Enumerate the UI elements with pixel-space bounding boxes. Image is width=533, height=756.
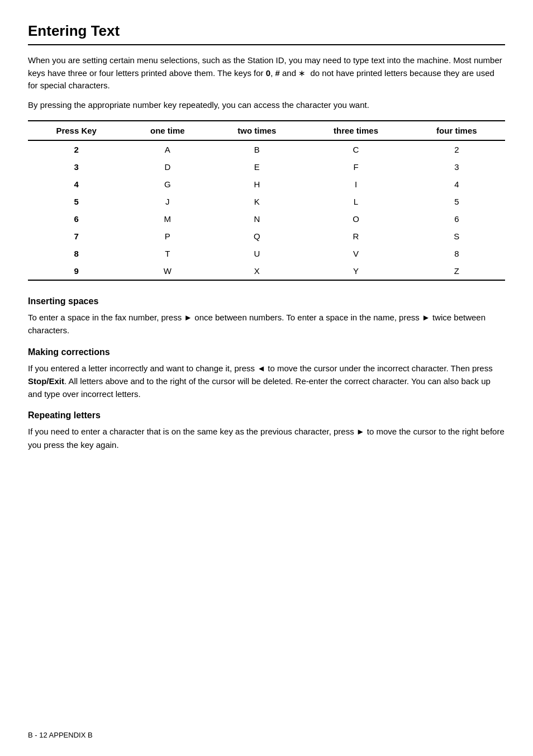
table-cell: 6 — [408, 210, 505, 228]
table-cell: Z — [408, 262, 505, 280]
table-row: 5JKL5 — [28, 193, 505, 210]
table-cell: S — [408, 228, 505, 245]
table-cell: 8 — [28, 245, 125, 262]
table-header: Press Key one time two times three times… — [28, 121, 505, 140]
table-row: 3DEF3 — [28, 158, 505, 176]
table-cell: 7 — [28, 228, 125, 245]
table-row: 7PQRS — [28, 228, 505, 245]
table-row: 2ABC2 — [28, 140, 505, 158]
table-cell: M — [125, 210, 210, 228]
page-title: Entering Text — [28, 22, 505, 40]
table-cell: 6 — [28, 210, 125, 228]
section-heading-inserting-spaces: Inserting spaces — [28, 296, 505, 306]
col-header-two-times: two times — [210, 121, 303, 140]
table-cell: 3 — [408, 158, 505, 176]
table-cell: R — [303, 228, 408, 245]
table-cell: J — [125, 193, 210, 210]
table-cell: P — [125, 228, 210, 245]
title-divider — [28, 44, 505, 45]
table-cell: 9 — [28, 262, 125, 280]
section-heading-repeating-letters: Repeating letters — [28, 410, 505, 420]
section-body-repeating-letters: If you need to enter a character that is… — [28, 425, 505, 451]
table-row: 6MNO6 — [28, 210, 505, 228]
table-cell: W — [125, 262, 210, 280]
key-table: Press Key one time two times three times… — [28, 120, 505, 281]
table-cell: C — [303, 140, 408, 158]
table-row: 4GHI4 — [28, 176, 505, 193]
table-cell: 3 — [28, 158, 125, 176]
table-cell: X — [210, 262, 303, 280]
intro-paragraph-1: When you are setting certain menu select… — [28, 54, 505, 92]
intro-paragraph-2: By pressing the appropriate number key r… — [28, 99, 505, 112]
table-cell: F — [303, 158, 408, 176]
table-cell: N — [210, 210, 303, 228]
table-cell: G — [125, 176, 210, 193]
table-cell: V — [303, 245, 408, 262]
table-body: 2ABC23DEF34GHI45JKL56MNO67PQRS8TUV89WXYZ — [28, 140, 505, 280]
table-cell: U — [210, 245, 303, 262]
table-row: 9WXYZ — [28, 262, 505, 280]
table-cell: T — [125, 245, 210, 262]
table-cell: 4 — [408, 176, 505, 193]
col-header-one-time: one time — [125, 121, 210, 140]
section-body-inserting-spaces: To enter a space in the fax number, pres… — [28, 311, 505, 337]
table-cell: 2 — [28, 140, 125, 158]
table-cell: Y — [303, 262, 408, 280]
table-cell: I — [303, 176, 408, 193]
table-cell: L — [303, 193, 408, 210]
table-cell: A — [125, 140, 210, 158]
table-cell: K — [210, 193, 303, 210]
table-cell: H — [210, 176, 303, 193]
table-cell: 5 — [28, 193, 125, 210]
table-cell: E — [210, 158, 303, 176]
table-cell: 2 — [408, 140, 505, 158]
table-cell: 4 — [28, 176, 125, 193]
table-cell: 8 — [408, 245, 505, 262]
section-heading-making-corrections: Making corrections — [28, 347, 505, 357]
page-footer: B - 12 APPENDIX B — [28, 731, 93, 739]
table-row: 8TUV8 — [28, 245, 505, 262]
table-cell: B — [210, 140, 303, 158]
table-cell: O — [303, 210, 408, 228]
col-header-four-times: four times — [408, 121, 505, 140]
section-body-making-corrections: If you entered a letter incorrectly and … — [28, 362, 505, 401]
table-cell: D — [125, 158, 210, 176]
col-header-press-key: Press Key — [28, 121, 125, 140]
table-cell: Q — [210, 228, 303, 245]
col-header-three-times: three times — [303, 121, 408, 140]
table-cell: 5 — [408, 193, 505, 210]
